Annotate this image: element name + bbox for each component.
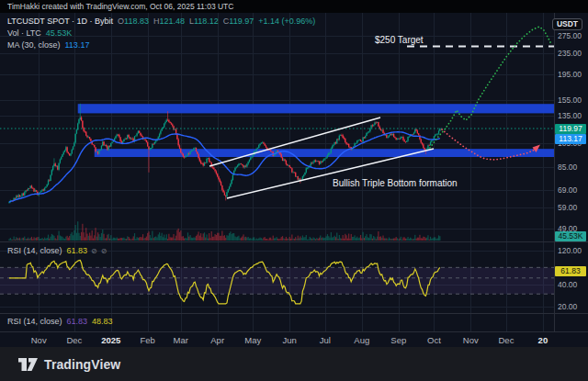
ma-study-label: MA (30, close) — [7, 40, 61, 50]
svg-text:Feb: Feb — [141, 335, 155, 345]
svg-text:69.00: 69.00 — [558, 185, 578, 195]
rsi2-study-value2: 48.83 — [92, 317, 113, 326]
rsi-study-label: RSI (14, close) — [7, 246, 62, 255]
svg-text:235.00: 235.00 — [558, 49, 582, 58]
footer-bar: TradingView — [0, 347, 588, 381]
resistance-band[interactable] — [78, 104, 554, 113]
svg-text:59.00: 59.00 — [558, 203, 578, 212]
rsi2-legend[interactable]: RSI (14, close)61.8348.83 — [7, 317, 113, 326]
tradingview-wordmark: TradingView — [44, 357, 120, 372]
change-value: +1.14 (+0.96%) — [258, 17, 315, 26]
rsi-band-fill — [0, 267, 554, 294]
svg-text:275.00: 275.00 — [558, 31, 582, 40]
svg-text:Nov: Nov — [463, 335, 479, 345]
hide-study-icon[interactable]: ⊘ — [91, 247, 97, 255]
svg-text:120.00: 120.00 — [558, 246, 582, 255]
attribution-bar: TimHakki created with TradingView.com, O… — [0, 0, 588, 13]
svg-text:40.00: 40.00 — [558, 280, 578, 289]
rsi-legend[interactable]: RSI (14, close)61.83⊘⊘ — [7, 246, 107, 255]
open-label: O — [118, 17, 124, 26]
chart-background — [0, 13, 588, 347]
rsi2-study-label: RSI (14, close) — [7, 317, 62, 326]
svg-text:85.00: 85.00 — [558, 162, 578, 172]
low-value: 118.12 — [194, 17, 219, 26]
symbol-legend-row[interactable]: LTCUSDT SPOT · 1D · BybitO118.83H121.48L… — [7, 16, 315, 28]
tradingview-chart-page: 275.00235.00195.00155.00135.00105.0085.0… — [0, 0, 588, 381]
open-value: 118.83 — [124, 17, 149, 26]
svg-text:135.00: 135.00 — [558, 111, 582, 120]
svg-text:20: 20 — [538, 335, 548, 345]
svg-text:Sep: Sep — [390, 335, 406, 345]
volume-study-value: 45.53K — [46, 28, 73, 38]
svg-text:Dec: Dec — [66, 335, 82, 345]
volume-study-label: Vol · LTC — [7, 28, 41, 38]
symbol-title[interactable]: LTCUSDT SPOT · 1D · Bybit — [7, 17, 113, 26]
svg-text:Jul: Jul — [320, 335, 331, 345]
close-value: 119.97 — [229, 17, 254, 26]
svg-text:155.00: 155.00 — [558, 95, 582, 105]
support-band[interactable] — [95, 149, 554, 157]
rsi-value-label: 61.83 — [555, 266, 586, 276]
svg-text:Apr: Apr — [210, 335, 224, 345]
tradingview-logo-icon — [18, 358, 38, 371]
svg-text:Dec: Dec — [499, 335, 514, 345]
svg-text:Jun: Jun — [283, 335, 297, 345]
svg-text:20.00: 20.00 — [558, 302, 578, 311]
svg-text:May: May — [244, 335, 261, 345]
ma-study-value: 113.17 — [65, 40, 90, 50]
rsi-study-value: 61.83 — [67, 246, 88, 255]
svg-text:195.00: 195.00 — [558, 70, 582, 79]
last-price-label: 119.97 — [555, 124, 586, 134]
svg-text:Mar: Mar — [174, 335, 188, 345]
svg-text:Oct: Oct — [427, 335, 441, 345]
ma-price-label: 113.17 — [555, 134, 586, 144]
svg-text:Aug: Aug — [354, 335, 369, 345]
rsi2-study-value1: 61.83 — [67, 317, 88, 326]
high-value: 121.48 — [159, 17, 185, 26]
time-axis[interactable]: NovDec2025FebMarAprMayJunJulAugSepOctNov… — [31, 335, 548, 345]
currency-toggle-button[interactable]: USDT — [552, 18, 582, 30]
volume-legend-row[interactable]: Vol · LTC45.53K — [7, 28, 315, 39]
pattern-annotation-text[interactable]: Bullish Triple Bottom formation — [333, 178, 458, 188]
svg-text:2025: 2025 — [101, 335, 121, 345]
target-annotation-text[interactable]: $250 Target — [375, 35, 424, 45]
attribution-text: TimHakki created with TradingView.com, O… — [7, 2, 233, 11]
volume-value-label: 45.53K — [555, 231, 586, 241]
ma-legend-row[interactable]: MA (30, close)113.17 — [7, 39, 315, 51]
symbol-legend: LTCUSDT SPOT · 1D · BybitO118.83H121.48L… — [7, 16, 315, 51]
svg-text:Nov: Nov — [31, 335, 47, 345]
more-options-icon[interactable]: ⊘ — [101, 247, 107, 255]
